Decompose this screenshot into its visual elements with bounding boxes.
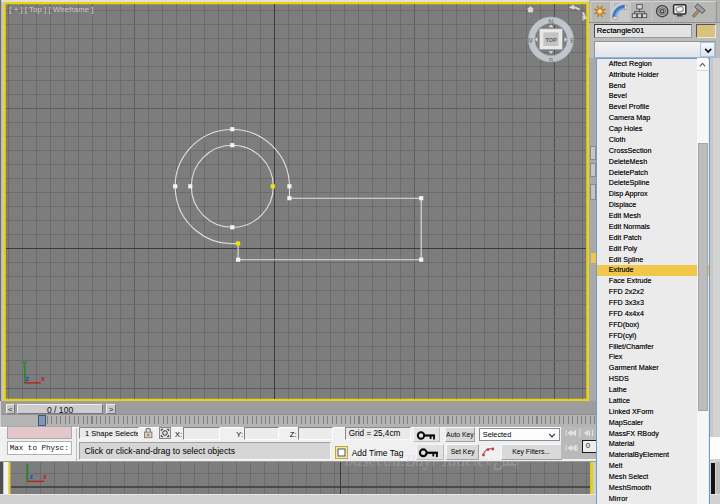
svg-text:x: x [43, 473, 47, 480]
svg-text:z: z [30, 473, 34, 480]
